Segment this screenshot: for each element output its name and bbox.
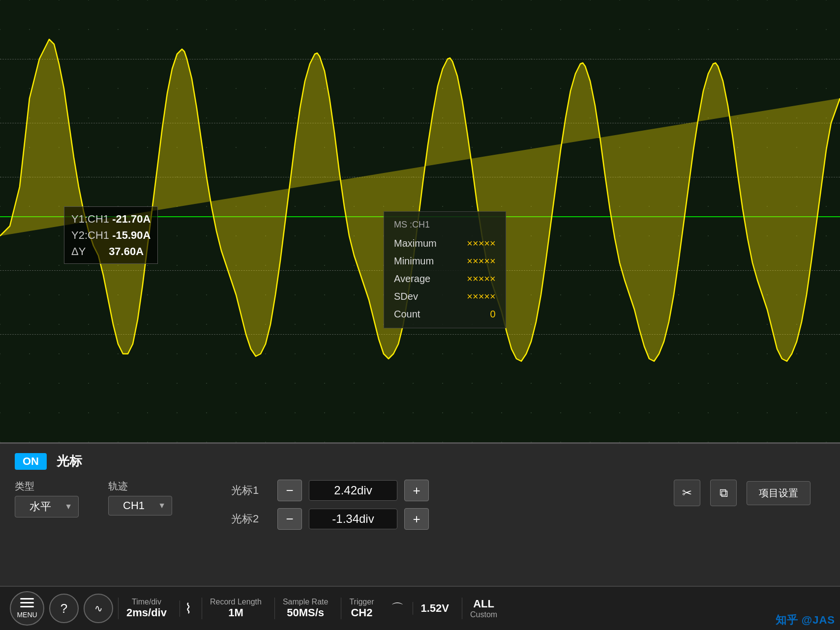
- sdev-label: SDev: [394, 287, 418, 305]
- watermark: 知乎 @JAS: [776, 613, 835, 628]
- record-length-item: Record Length 1M: [202, 598, 270, 619]
- menu-line-1: [20, 598, 34, 600]
- cursor1-row: 光标1 − 2.42div +: [231, 480, 429, 501]
- sample-rate-label: Sample Rate: [283, 598, 329, 606]
- menu-line-2: [20, 602, 34, 603]
- cursor2-minus-btn[interactable]: −: [277, 508, 302, 530]
- type-label: 类型: [15, 480, 79, 493]
- count-value: 0: [456, 305, 496, 323]
- minimum-value: ×××××: [456, 252, 496, 270]
- type-arrow: ▼: [64, 502, 72, 511]
- ch-label: :CH1: [410, 220, 430, 229]
- sample-rate-value: 50MS/s: [287, 606, 324, 619]
- cursor-header-row: ON 光标: [0, 444, 840, 475]
- trigger-item: Trigger CH2: [341, 598, 382, 619]
- ms-label: MS: [394, 220, 407, 229]
- trigger-level-value: 1.52V: [421, 602, 450, 615]
- type-value: 水平: [21, 499, 60, 514]
- right-controls: ✂ ⧉ 项目设置: [674, 480, 810, 506]
- track-label: 轨迹: [108, 480, 172, 493]
- menu-label: MENU: [17, 611, 37, 619]
- cursor2-plus-btn[interactable]: +: [404, 508, 429, 530]
- sample-rate-item: Sample Rate 50MS/s: [274, 598, 336, 619]
- stats-panel: MS :CH1 Maximum ××××× Minimum ××××× Aver…: [384, 211, 506, 328]
- measurement-panel: Y1:CH1 -21.70A Y2:CH1 -15.90A ΔY 37.60A: [64, 206, 158, 264]
- track-dropdown[interactable]: CH1 ▼: [108, 496, 172, 515]
- type-group: 类型 水平 ▼: [15, 480, 79, 517]
- cursor1-plus-btn[interactable]: +: [404, 480, 429, 501]
- track-value: CH1: [115, 499, 153, 512]
- menu-line-3: [20, 606, 34, 607]
- trigger-wave-icon: ⌇: [180, 601, 197, 617]
- memory-item: ALL Custom: [462, 598, 505, 619]
- copy-icon-btn[interactable]: ⧉: [710, 480, 737, 506]
- on-badge[interactable]: ON: [15, 453, 47, 470]
- cursor2-row: 光标2 − -1.34div +: [231, 508, 429, 530]
- average-value: ×××××: [456, 270, 496, 287]
- settings-button[interactable]: 项目设置: [747, 481, 810, 505]
- trigger-label: Trigger: [349, 598, 374, 606]
- wave-button[interactable]: ∿: [84, 594, 113, 623]
- dy-value: 37.60A: [109, 245, 144, 258]
- trigger-ch: CH2: [351, 606, 372, 619]
- track-arrow: ▼: [158, 501, 166, 510]
- cursor2-label: 光标2: [231, 512, 270, 526]
- record-length-label: Record Length: [210, 598, 262, 606]
- cursor2-value: -1.34div: [309, 509, 397, 529]
- status-bar: MENU ? ∿ Time/div 2ms/div ⌇ Record Lengt…: [0, 586, 840, 630]
- cursor1-value: 2.42div: [309, 480, 397, 501]
- y2-label: Y2:CH1: [71, 227, 109, 243]
- sdev-value: ×××××: [456, 287, 496, 305]
- cursor-title: 光标: [57, 453, 82, 470]
- maximum-label: Maximum: [394, 234, 437, 252]
- y1-label: Y1:CH1: [71, 211, 109, 227]
- time-div-label: Time/div: [132, 598, 161, 606]
- type-dropdown[interactable]: 水平 ▼: [15, 496, 79, 517]
- memory-label: ALL: [473, 598, 494, 610]
- scissors-icon-btn[interactable]: ✂: [674, 480, 700, 506]
- dy-label: ΔY: [71, 243, 106, 259]
- memory-value: Custom: [470, 610, 497, 619]
- oscilloscope-screen: Y1:CH1 -21.70A Y2:CH1 -15.90A ΔY 37.60A …: [0, 0, 840, 442]
- cursor1-label: 光标1: [231, 483, 270, 498]
- help-button[interactable]: ?: [49, 594, 79, 623]
- menu-button[interactable]: MENU: [10, 591, 44, 626]
- trigger-slope-icon: ⌒: [387, 600, 408, 617]
- record-length-value: 1M: [228, 606, 243, 619]
- average-label: Average: [394, 270, 430, 287]
- time-div-value: 2ms/div: [126, 606, 167, 619]
- minimum-label: Minimum: [394, 252, 434, 270]
- trigger-level-item: 1.52V: [413, 602, 457, 615]
- controls-row: 类型 水平 ▼ 轨迹 CH1 ▼ 光标1 − 2.42div +: [0, 475, 840, 535]
- track-group: 轨迹 CH1 ▼: [108, 480, 172, 515]
- cursor1-minus-btn[interactable]: −: [277, 480, 302, 501]
- count-label: Count: [394, 305, 420, 323]
- maximum-value: ×××××: [456, 234, 496, 252]
- cursor-controls: 光标1 − 2.42div + 光标2 − -1.34div +: [231, 480, 429, 530]
- time-div-item: Time/div 2ms/div: [118, 598, 175, 619]
- y1-value: -21.70A: [112, 213, 150, 225]
- y2-value: -15.90A: [112, 229, 150, 241]
